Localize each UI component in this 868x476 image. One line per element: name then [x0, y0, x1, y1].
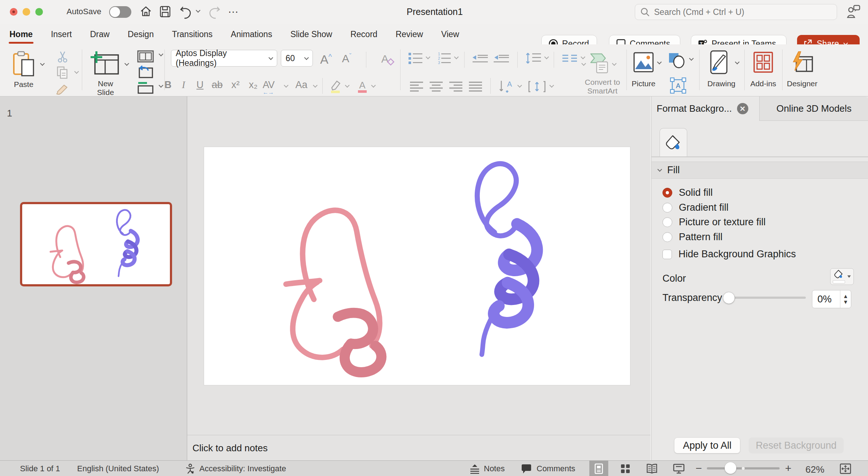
close-window-button[interactable]: [10, 8, 17, 16]
close-panel-icon[interactable]: ✕: [737, 103, 748, 114]
accessibility-status[interactable]: Accessibility: Investigate: [199, 464, 286, 473]
color-label: Color: [662, 273, 686, 284]
tab-design[interactable]: Design: [128, 28, 154, 41]
reading-view-button[interactable]: [643, 461, 661, 476]
paste-chevron-icon[interactable]: [40, 61, 45, 66]
hide-background-graphics-checkbox[interactable]: [662, 250, 672, 259]
fill-bucket-tab[interactable]: [660, 128, 687, 156]
search-box[interactable]: [635, 4, 837, 20]
smartart-chevron-icon: [612, 61, 617, 66]
tab-format-background[interactable]: Format Backgro... ✕: [652, 96, 759, 121]
transparency-slider-track[interactable]: [723, 297, 806, 299]
zoom-out-icon[interactable]: −: [696, 462, 702, 475]
font-name-chevron-icon: [268, 55, 273, 60]
transparency-slider-thumb[interactable]: [723, 292, 735, 304]
format-painter-icon: [55, 82, 70, 95]
slide-3d-models[interactable]: [204, 147, 630, 385]
apply-to-all-button[interactable]: Apply to All: [674, 437, 740, 453]
pattern-fill-radio[interactable]: [662, 232, 672, 242]
paste-button[interactable]: [11, 50, 36, 79]
zoom-in-icon[interactable]: +: [785, 462, 792, 475]
slideshow-view-button[interactable]: [670, 461, 688, 476]
char-spacing-chevron-icon: [284, 83, 288, 88]
font-name-combo[interactable]: Aptos Display (Headings): [171, 50, 277, 67]
tab-record[interactable]: Record: [350, 28, 377, 41]
drawing-button[interactable]: [707, 49, 733, 76]
drawing-label: Drawing: [705, 79, 738, 88]
font-size-combo[interactable]: 60: [281, 50, 313, 67]
minimize-window-button[interactable]: [23, 8, 30, 16]
comments-toggle[interactable]: Comments: [537, 464, 575, 473]
section-chevron-icon[interactable]: [159, 83, 163, 88]
text-box-button[interactable]: A: [669, 76, 688, 95]
background-color-button[interactable]: [830, 268, 854, 285]
notes-placeholder[interactable]: Click to add notes: [192, 443, 268, 454]
undo-icon[interactable]: [179, 5, 192, 19]
picture-texture-fill-option[interactable]: Picture or texture fill: [662, 217, 766, 228]
tab-online-3d-models[interactable]: Online 3D Models: [759, 96, 868, 121]
picture-button[interactable]: [632, 51, 655, 74]
reset-slide-button[interactable]: [135, 65, 156, 79]
tab-animations[interactable]: Animations: [231, 28, 272, 41]
home-icon[interactable]: [140, 5, 152, 18]
zoom-window-button[interactable]: [35, 8, 43, 16]
layout-chevron-icon[interactable]: [159, 52, 163, 56]
transparency-spinner-arrows[interactable]: ▲▼: [840, 290, 851, 308]
font-color-button: A: [355, 79, 370, 94]
zoom-percentage[interactable]: 62%: [805, 464, 824, 475]
section-button[interactable]: [135, 81, 156, 95]
reading-view-icon: [646, 464, 658, 474]
picture-chevron-icon[interactable]: [657, 60, 662, 64]
addins-button[interactable]: [752, 50, 775, 74]
zoom-slider-thumb[interactable]: [725, 462, 736, 474]
color-dropdown-arrow-icon: [847, 275, 851, 278]
slide-thumbnail-number: 1: [7, 108, 12, 119]
slide-counter[interactable]: Slide 1 of 1: [20, 464, 60, 473]
designer-button[interactable]: [789, 50, 815, 74]
search-input[interactable]: [654, 7, 829, 17]
slide-canvas[interactable]: [204, 147, 630, 385]
tab-home[interactable]: Home: [9, 28, 33, 41]
transparency-spinner[interactable]: 0% ▲▼: [812, 290, 851, 308]
slide-sorter-view-button[interactable]: [616, 461, 634, 476]
slide-layout-button[interactable]: [135, 49, 156, 63]
new-slide-chevron-icon[interactable]: [124, 61, 129, 66]
new-slide-button[interactable]: [89, 49, 122, 78]
gradient-fill-radio[interactable]: [662, 203, 672, 213]
hide-background-graphics-option[interactable]: Hide Background Graphics: [662, 249, 796, 260]
shrink-font-button: Aˇ: [342, 52, 351, 65]
slide-thumbnail[interactable]: [20, 202, 172, 286]
user-feedback-icon[interactable]: [846, 4, 861, 20]
drawing-chevron-icon[interactable]: [735, 60, 740, 64]
tab-transitions[interactable]: Transitions: [172, 28, 213, 41]
fit-to-window-icon[interactable]: [840, 463, 851, 474]
fill-section-header[interactable]: Fill: [652, 162, 868, 179]
gradient-fill-option[interactable]: Gradient fill: [662, 202, 729, 213]
language-indicator[interactable]: English (United States): [77, 464, 159, 473]
shapes-button[interactable]: [666, 51, 687, 69]
addins-icon: [753, 51, 774, 74]
normal-view-button[interactable]: [589, 461, 608, 476]
notes-pane[interactable]: Click to add notes: [187, 435, 650, 460]
tab-view[interactable]: View: [441, 28, 459, 41]
solid-fill-option[interactable]: Solid fill: [662, 187, 713, 198]
cut-button: [53, 49, 72, 64]
spinner-down-icon[interactable]: ▼: [843, 300, 848, 304]
svg-text:A: A: [676, 82, 680, 90]
autosave-toggle[interactable]: [109, 6, 131, 18]
spinner-up-icon[interactable]: ▲: [843, 294, 848, 298]
pattern-fill-option[interactable]: Pattern fill: [662, 231, 722, 243]
save-icon[interactable]: [159, 5, 171, 18]
tab-insert[interactable]: Insert: [51, 28, 72, 41]
more-commands-icon[interactable]: …: [228, 3, 239, 15]
tab-draw[interactable]: Draw: [90, 28, 110, 41]
new-slide-label: New Slide: [89, 79, 122, 97]
notes-toggle[interactable]: Notes: [484, 464, 505, 473]
line-spacing-chevron-icon: [544, 55, 549, 59]
tab-review[interactable]: Review: [395, 28, 423, 41]
tab-slide-show[interactable]: Slide Show: [290, 28, 332, 41]
undo-dropdown-chevron-icon[interactable]: [196, 8, 200, 13]
shapes-chevron-icon[interactable]: [689, 56, 694, 61]
solid-fill-radio[interactable]: [662, 188, 672, 198]
picture-texture-fill-radio[interactable]: [662, 217, 672, 227]
